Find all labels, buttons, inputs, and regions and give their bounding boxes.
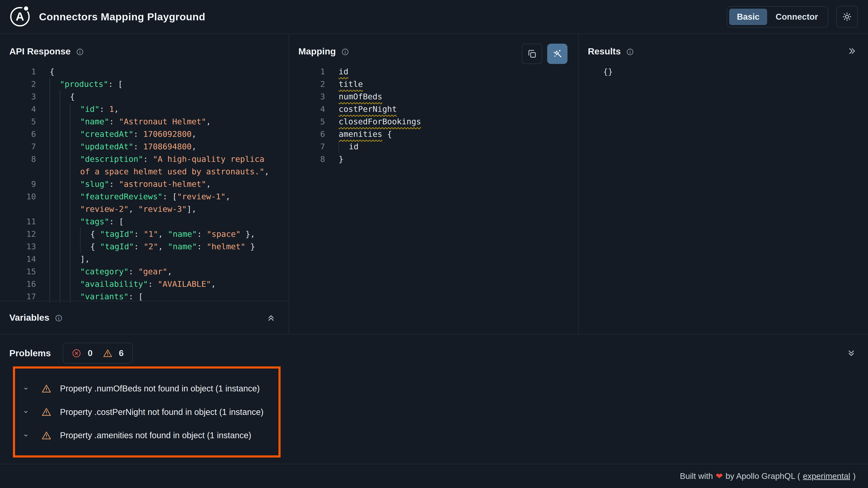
code-token: , xyxy=(114,103,119,116)
indent-guide xyxy=(60,203,70,216)
indent-guide xyxy=(60,140,70,153)
chevron-down-icon[interactable] xyxy=(23,409,29,415)
sun-icon xyxy=(842,12,852,22)
line-number: 3 xyxy=(0,91,36,103)
code-token: "category" xyxy=(80,265,129,278)
code-token: } xyxy=(245,240,255,253)
line-number: 4 xyxy=(289,103,325,116)
code-token: of a space helmet used by astronauts." xyxy=(80,165,264,178)
code-line: 15"category": "gear", xyxy=(0,265,289,278)
footer: Built with ❤ by Apollo GraphQL (experime… xyxy=(0,464,868,488)
code-token: costPerNight xyxy=(339,103,397,116)
chevron-down-icon[interactable] xyxy=(23,432,29,438)
line-number: 15 xyxy=(0,265,36,278)
indent-guide xyxy=(80,240,90,253)
chevron-down-icon[interactable] xyxy=(23,386,29,392)
line-number: 12 xyxy=(0,228,36,240)
line-number: 13 xyxy=(0,240,36,253)
problem-row[interactable]: Property .costPerNight not found in obje… xyxy=(15,407,278,417)
code-token: "tagId" xyxy=(100,240,134,253)
code-token: "name" xyxy=(168,228,197,240)
warning-icon xyxy=(41,430,52,441)
mapping-editor[interactable]: 1id2title3numOfBeds4costPerNight5closedF… xyxy=(289,65,578,165)
code-token: "A high-quality replica xyxy=(153,153,264,165)
indent-guide xyxy=(80,228,90,240)
mode-toggle-connector[interactable]: Connector xyxy=(768,9,826,25)
code-token: , xyxy=(206,178,211,190)
code-token: : [ xyxy=(109,216,124,228)
code-line: 4"id": 1, xyxy=(0,103,289,116)
code-line: 13{ "tagId": "2", "name": "helmet" } xyxy=(0,240,289,253)
copy-mapping-button[interactable] xyxy=(522,44,542,64)
problem-row[interactable]: Property .amenities not found in object … xyxy=(15,430,278,441)
theme-toggle-button[interactable] xyxy=(836,6,858,28)
code-token: { xyxy=(70,91,75,103)
indent-guide xyxy=(50,78,60,91)
indent-guide xyxy=(50,153,60,165)
indent-guide xyxy=(70,140,80,153)
code-token: id xyxy=(339,65,348,78)
page-title: Connectors Mapping Playground xyxy=(39,11,205,23)
heart-icon: ❤ xyxy=(716,471,723,481)
code-token: : xyxy=(133,140,143,153)
problems-collapse-button[interactable] xyxy=(846,349,856,358)
code-token: 1 xyxy=(109,103,114,116)
indent-guide xyxy=(60,228,70,240)
code-token: "review-2" xyxy=(80,203,129,216)
indent-guide xyxy=(60,278,70,290)
line-number: 1 xyxy=(0,65,36,78)
variables-expand-button[interactable] xyxy=(266,313,276,323)
indent-guide xyxy=(50,216,60,228)
line-number: 11 xyxy=(0,216,36,228)
apollo-logo-letter: A xyxy=(16,10,24,23)
code-line: "review-2", "review-3"], xyxy=(0,203,289,216)
line-number: 8 xyxy=(289,153,325,165)
code-line: 16"availability": "AVAILABLE", xyxy=(0,278,289,290)
line-number: 4 xyxy=(0,103,36,116)
code-line: of a space helmet used by astronauts.", xyxy=(0,165,289,178)
indent-guide xyxy=(60,178,70,190)
experimental-link[interactable]: experimental xyxy=(803,471,850,481)
results-collapse-button[interactable] xyxy=(847,46,857,56)
code-token: "name" xyxy=(80,116,109,128)
indent-guide xyxy=(50,190,60,203)
indent-guide xyxy=(70,190,80,203)
code-token: : xyxy=(134,240,144,253)
code-line: 7id xyxy=(289,140,578,153)
code-token: "gear" xyxy=(138,265,167,278)
code-token: "space" xyxy=(207,228,241,240)
code-line: 12{ "tagId": "1", "name": "space" }, xyxy=(0,228,289,240)
line-number: 9 xyxy=(0,178,36,190)
results-title: Results xyxy=(588,46,621,57)
generate-mapping-button[interactable] xyxy=(547,44,567,64)
mode-toggle-basic[interactable]: Basic xyxy=(729,9,767,25)
code-token: "availability" xyxy=(80,278,148,290)
line-number: 1 xyxy=(289,65,325,78)
info-icon[interactable] xyxy=(341,48,349,56)
footer-text-prefix: Built with xyxy=(680,471,713,481)
indent-guide xyxy=(60,128,70,140)
problem-row[interactable]: Property .numOfBeds not found in object … xyxy=(15,384,278,394)
code-token: "name" xyxy=(168,240,197,253)
indent-guide xyxy=(70,278,80,290)
api-response-title: API Response xyxy=(9,46,70,57)
variables-bar: Variables xyxy=(0,301,289,334)
line-number: 10 xyxy=(0,190,36,203)
indent-guide xyxy=(70,228,80,240)
info-icon[interactable] xyxy=(55,314,63,322)
footer-text-suffix: ) xyxy=(853,471,856,481)
warning-icon xyxy=(103,349,113,358)
indent-guide xyxy=(50,203,60,216)
info-icon[interactable] xyxy=(626,48,634,56)
line-number: 5 xyxy=(0,116,36,128)
info-icon[interactable] xyxy=(76,48,84,56)
mode-toggle: Basic Connector xyxy=(727,6,828,28)
indent-guide xyxy=(60,190,70,203)
indent-guide xyxy=(60,116,70,128)
code-token: : xyxy=(129,265,138,278)
code-line: 3{ xyxy=(0,91,289,103)
indent-guide xyxy=(60,153,70,165)
api-response-editor[interactable]: 1{2"products": [3{4"id": 1,5"name": "Ast… xyxy=(0,65,289,303)
code-token: : xyxy=(197,240,207,253)
code-token: "2" xyxy=(144,240,158,253)
